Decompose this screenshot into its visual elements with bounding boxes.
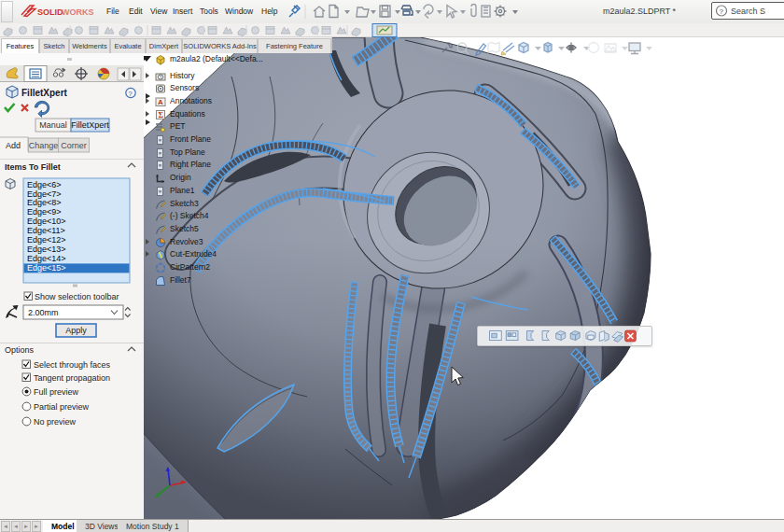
svg-text:Change: Change	[29, 141, 59, 150]
svg-text:2.00mm: 2.00mm	[28, 308, 59, 317]
svg-text:Select through faces: Select through faces	[34, 360, 111, 370]
svg-text:Edge<15>: Edge<15>	[27, 263, 66, 273]
svg-text:Show selection toolbar: Show selection toolbar	[35, 292, 119, 301]
svg-text:Items To Fillet: Items To Fillet	[5, 162, 61, 172]
svg-text:Full preview: Full preview	[34, 387, 79, 397]
svg-text:Apply: Apply	[65, 326, 87, 335]
svg-text:Edge<11>: Edge<11>	[27, 226, 65, 235]
svg-text:Edge<10>: Edge<10>	[27, 217, 66, 226]
svg-text:?: ?	[720, 7, 724, 16]
svg-text:?: ?	[128, 90, 133, 98]
svg-text:Edge<8>: Edge<8>	[27, 198, 62, 207]
svg-text:Add: Add	[6, 141, 21, 150]
svg-text:Manual: Manual	[39, 120, 67, 130]
svg-text:Corner: Corner	[61, 141, 87, 150]
svg-text:Options: Options	[5, 345, 35, 355]
svg-text:FilletXpert: FilletXpert	[71, 120, 109, 130]
svg-text:Edge<9>: Edge<9>	[27, 207, 62, 217]
svg-text:Partial preview: Partial preview	[34, 402, 90, 412]
svg-text:FilletXpert: FilletXpert	[21, 88, 68, 98]
svg-text:SOLID: SOLID	[37, 7, 63, 17]
svg-text:Edge<14>: Edge<14>	[27, 254, 66, 263]
svg-text:No preview: No preview	[34, 417, 77, 427]
svg-text:Edge<7>: Edge<7>	[27, 189, 62, 199]
svg-text:Tangent propagation: Tangent propagation	[34, 373, 110, 383]
svg-text:Edge<12>: Edge<12>	[27, 235, 66, 245]
svg-text:Σ: Σ	[158, 110, 163, 119]
svg-text:WORKS: WORKS	[62, 7, 94, 17]
svg-text:Edge<13>: Edge<13>	[27, 245, 66, 254]
svg-text:Search S: Search S	[731, 7, 765, 16]
svg-text:Edge<6>: Edge<6>	[27, 180, 62, 189]
svg-text:A: A	[158, 98, 163, 106]
